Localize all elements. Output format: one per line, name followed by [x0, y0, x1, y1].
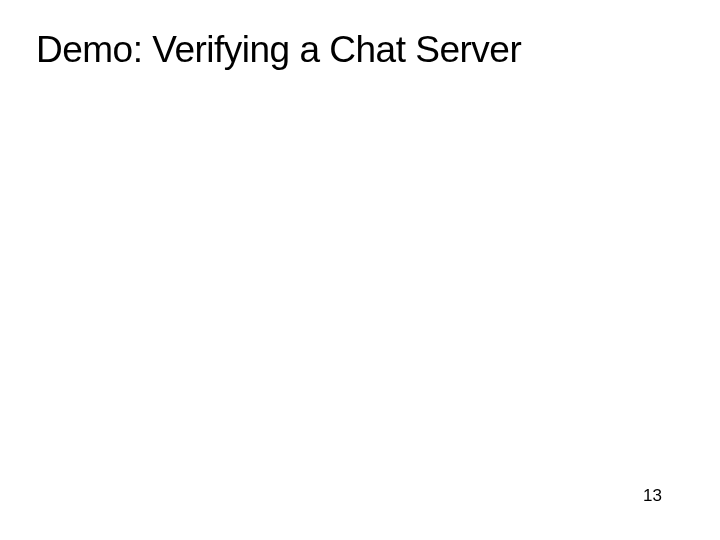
- slide-container: Demo: Verifying a Chat Server 13: [0, 0, 720, 540]
- page-number: 13: [643, 486, 662, 506]
- slide-title: Demo: Verifying a Chat Server: [36, 28, 684, 72]
